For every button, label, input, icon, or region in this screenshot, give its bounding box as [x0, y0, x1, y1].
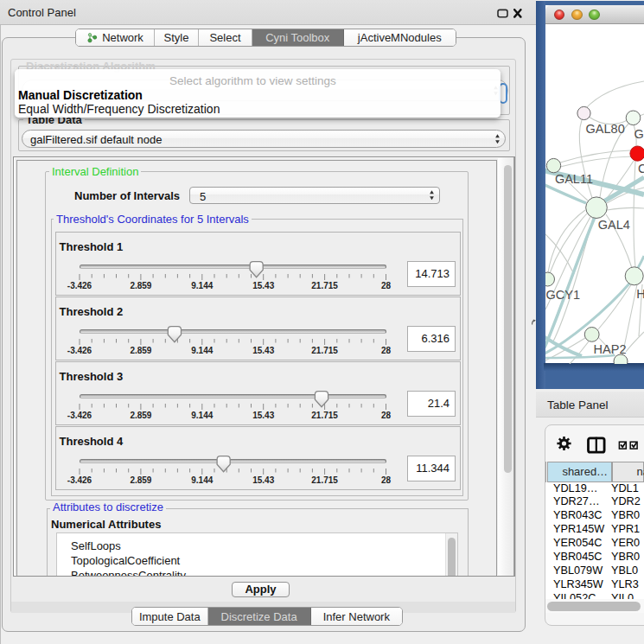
- svg-text:GAL11: GAL11: [555, 172, 593, 186]
- svg-text:GCY1: GCY1: [546, 288, 581, 302]
- svg-text:HAP2: HAP2: [594, 342, 627, 356]
- svg-text:GAL4: GAL4: [598, 218, 630, 232]
- svg-text:C: C: [638, 161, 644, 175]
- svg-text:G.: G.: [634, 126, 644, 140]
- svg-text:GAL80: GAL80: [586, 121, 625, 135]
- svg-text:H: H: [636, 286, 644, 300]
